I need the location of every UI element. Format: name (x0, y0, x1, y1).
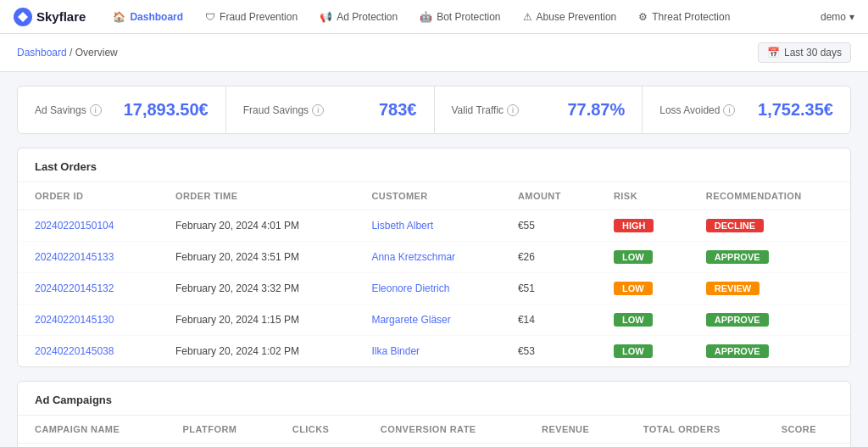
col-recommendation: RECOMMENDATION (689, 182, 850, 210)
table-row: 20240220145132 February 20, 2024 3:32 PM… (18, 273, 850, 305)
col-total-orders: TOTAL ORDERS (626, 416, 765, 444)
customer-link[interactable]: Anna Kretzschmar (371, 251, 455, 263)
table-row: 20240220145130 February 20, 2024 1:15 PM… (18, 305, 850, 336)
info-icon-ad-savings[interactable]: i (90, 104, 102, 116)
table-header-row: ORDER ID ORDER TIME CUSTOMER AMOUNT RISK… (18, 182, 850, 210)
breadcrumb-bar: Dashboard / Overview 📅 Last 30 days (0, 34, 868, 72)
order-id-cell: 20240220145038 (18, 336, 159, 367)
revenue-cell: 29,360€ (525, 444, 626, 448)
risk-cell: LOW (597, 273, 689, 305)
last-orders-title: Last Orders (18, 148, 850, 182)
recommendation-badge: REVIEW (706, 282, 760, 295)
nav-item-bot-protection[interactable]: 🤖 Bot Protection (409, 6, 510, 28)
nav-item-fraud-prevention[interactable]: 🛡 Fraud Prevention (195, 6, 308, 28)
nav-item-threat-protection[interactable]: ⚙ Threat Protection (628, 6, 740, 28)
nav-label-threat: Threat Protection (652, 11, 730, 23)
date-range-button[interactable]: 📅 Last 30 days (758, 42, 851, 63)
table-row: 20240220145038 February 20, 2024 1:02 PM… (18, 336, 850, 367)
recommendation-cell: APPROVE (689, 242, 850, 273)
order-id-link[interactable]: 20240220145133 (35, 251, 114, 263)
breadcrumb-dashboard[interactable]: Dashboard (17, 47, 67, 59)
info-icon-loss-avoided[interactable]: i (723, 104, 735, 116)
logo-icon (14, 8, 32, 26)
stat-value-valid-traffic: 77.87% (567, 100, 625, 120)
recommendation-cell: REVIEW (689, 273, 850, 305)
info-icon-valid-traffic[interactable]: i (507, 104, 519, 116)
platform-cell: Google Ads (166, 444, 275, 448)
stats-row: Ad Savings i 17,893.50€ Fraud Savings i … (17, 86, 851, 134)
nav-label-ad: Ad Protection (337, 11, 398, 23)
col-platform: PLATFORM (166, 416, 275, 444)
campaign-name-cell: Search (18, 444, 166, 448)
recommendation-badge: APPROVE (706, 250, 769, 264)
date-range-label: Last 30 days (784, 47, 842, 59)
customer-link[interactable]: Eleonore Dietrich (371, 282, 449, 294)
customer-link[interactable]: Lisbeth Albert (371, 220, 433, 232)
order-id-link[interactable]: 20240220150104 (35, 220, 114, 232)
stat-label-ad-savings: Ad Savings i (35, 104, 102, 116)
breadcrumb-separator: / (70, 47, 75, 59)
customer-cell: Eleonore Dietrich (354, 273, 501, 305)
nav-item-dashboard[interactable]: 🏠 Dashboard (103, 6, 193, 28)
recommendation-cell: DECLINE (689, 210, 850, 242)
order-id-cell: 20240220150104 (18, 210, 159, 242)
stat-card-valid-traffic: Valid Traffic i 77.87% (435, 87, 643, 133)
stat-card-fraud-savings: Fraud Savings i 783€ (226, 87, 435, 133)
recommendation-badge: APPROVE (706, 344, 769, 358)
nav-label-fraud: Fraud Prevention (220, 11, 298, 23)
customer-link[interactable]: Margarete Gläser (371, 314, 450, 326)
customer-cell: Ilka Binder (354, 336, 501, 367)
risk-badge: LOW (614, 282, 653, 295)
campaigns-tbody: Search Google Ads 10,952 0.53% 29,360€ 5… (18, 444, 850, 448)
stat-label-loss-avoided: Loss Avoided i (659, 104, 735, 116)
col-amount: AMOUNT (501, 182, 597, 210)
col-score: SCORE (765, 416, 850, 444)
nav-label-bot: Bot Protection (437, 11, 500, 23)
risk-cell: LOW (597, 242, 689, 273)
ad-campaigns-table: CAMPAIGN NAME PLATFORM CLICKS CONVERSION… (18, 416, 850, 447)
customer-cell: Anna Kretzschmar (354, 242, 501, 273)
nav-items: 🏠 Dashboard 🛡 Fraud Prevention 📢 Ad Prot… (103, 6, 821, 28)
stat-card-ad-savings: Ad Savings i 17,893.50€ (18, 87, 226, 133)
user-label: demo (821, 11, 846, 23)
order-time-cell: February 20, 2024 1:15 PM (159, 305, 354, 336)
last-orders-card: Last Orders ORDER ID ORDER TIME CUSTOMER… (17, 148, 851, 367)
score-cell: 88 (765, 444, 850, 448)
orders-tbody: 20240220150104 February 20, 2024 4:01 PM… (18, 210, 850, 367)
threat-icon: ⚙ (638, 11, 648, 23)
recommendation-badge: APPROVE (706, 313, 769, 327)
conversion-rate-cell: 0.53% (364, 444, 525, 448)
table-row: Search Google Ads 10,952 0.53% 29,360€ 5… (18, 444, 850, 448)
customer-cell: Margarete Gläser (354, 305, 501, 336)
col-revenue: REVENUE (525, 416, 626, 444)
top-nav: Skyflare 🏠 Dashboard 🛡 Fraud Prevention … (0, 0, 868, 34)
order-time-cell: February 20, 2024 3:51 PM (159, 242, 354, 273)
amount-cell: €14 (501, 305, 597, 336)
order-time-cell: February 20, 2024 1:02 PM (159, 336, 354, 367)
nav-item-ad-protection[interactable]: 📢 Ad Protection (309, 6, 408, 28)
risk-cell: LOW (597, 305, 689, 336)
clicks-cell: 10,952 (275, 444, 364, 448)
risk-badge: LOW (614, 313, 653, 327)
risk-badge: LOW (614, 344, 653, 358)
nav-item-abuse-prevention[interactable]: ⚠ Abuse Prevention (513, 6, 627, 28)
customer-link[interactable]: Ilka Binder (371, 345, 420, 357)
stat-value-loss-avoided: 1,752.35€ (758, 100, 833, 120)
risk-badge: LOW (614, 250, 653, 264)
nav-label-dashboard: Dashboard (130, 11, 183, 23)
risk-cell: LOW (597, 336, 689, 367)
amount-cell: €51 (501, 273, 597, 305)
order-id-link[interactable]: 20240220145038 (35, 345, 114, 357)
ad-icon: 📢 (320, 11, 332, 23)
dashboard-icon: 🏠 (113, 11, 125, 23)
info-icon-fraud-savings[interactable]: i (312, 104, 324, 116)
col-conversion-rate: CONVERSION RATE (364, 416, 525, 444)
order-id-link[interactable]: 20240220145132 (35, 282, 114, 294)
logo[interactable]: Skyflare (14, 8, 86, 26)
order-id-link[interactable]: 20240220145130 (35, 314, 114, 326)
user-menu[interactable]: demo ▾ (821, 11, 854, 23)
main-content: Ad Savings i 17,893.50€ Fraud Savings i … (0, 72, 868, 447)
order-time-cell: February 20, 2024 3:32 PM (159, 273, 354, 305)
table-row: 20240220145133 February 20, 2024 3:51 PM… (18, 242, 850, 273)
brand-name: Skyflare (36, 9, 86, 24)
